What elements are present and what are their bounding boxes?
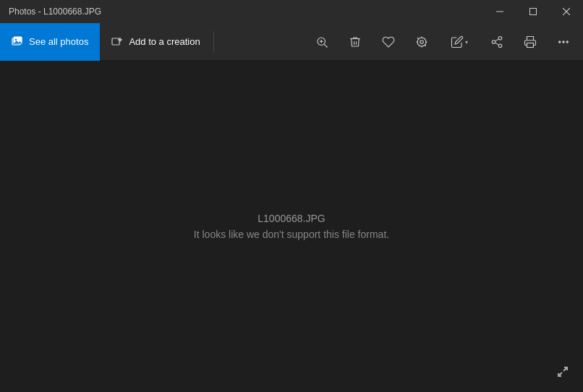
edit-dropdown-arrow: ▾ <box>465 39 468 46</box>
close-button[interactable] <box>550 0 583 23</box>
error-container: L1000668.JPG It looks like we don't supp… <box>194 213 389 240</box>
print-button[interactable] <box>514 23 547 61</box>
heart-icon <box>382 35 395 48</box>
add-to-creation-button[interactable]: Add to a creation <box>100 23 211 61</box>
svg-point-17 <box>417 38 426 46</box>
maximize-icon <box>529 8 537 15</box>
share-button[interactable] <box>480 23 514 61</box>
svg-point-33 <box>566 41 568 42</box>
zoom-button[interactable] <box>305 23 339 61</box>
favorite-button[interactable] <box>372 23 405 61</box>
see-all-photos-label: See all photos <box>29 36 88 47</box>
delete-icon <box>349 35 362 48</box>
svg-point-18 <box>420 40 424 43</box>
photos-svg-icon <box>12 36 23 48</box>
toolbar-separator <box>213 31 214 53</box>
edit-icon <box>451 35 464 48</box>
photos-icon <box>12 36 23 48</box>
more-options-button[interactable] <box>547 23 580 61</box>
window-title: Photos - L1000668.JPG <box>9 7 101 17</box>
svg-line-21 <box>417 38 419 39</box>
svg-rect-1 <box>530 9 537 15</box>
close-icon <box>563 8 570 15</box>
expand-icon <box>557 366 569 378</box>
enhance-button[interactable] <box>405 23 438 61</box>
enhance-icon <box>415 35 428 48</box>
window-controls <box>483 0 583 23</box>
svg-point-25 <box>498 36 502 40</box>
see-all-photos-button[interactable]: See all photos <box>0 23 100 61</box>
add-creation-svg-icon <box>111 36 123 48</box>
svg-point-32 <box>563 41 564 42</box>
minimize-button[interactable] <box>483 0 516 23</box>
edit-button[interactable]: ▾ <box>438 23 480 61</box>
svg-rect-0 <box>496 12 503 12</box>
minimize-icon <box>496 8 503 15</box>
main-content: L1000668.JPG It looks like we don't supp… <box>0 61 583 392</box>
more-icon <box>557 35 570 48</box>
add-creation-icon <box>111 36 123 48</box>
svg-point-27 <box>498 44 502 48</box>
title-bar: Photos - L1000668.JPG <box>0 0 583 23</box>
svg-rect-30 <box>527 43 534 47</box>
svg-point-26 <box>492 40 495 43</box>
error-text: It looks like we don't support this file… <box>194 229 389 240</box>
svg-point-6 <box>15 38 17 40</box>
svg-line-12 <box>324 44 327 47</box>
print-icon <box>524 35 537 48</box>
toolbar: See all photos Add to a creation <box>0 23 583 61</box>
expand-button[interactable] <box>551 360 574 383</box>
svg-line-28 <box>495 43 498 45</box>
svg-line-22 <box>425 45 426 46</box>
error-filename: L1000668.JPG <box>194 213 389 224</box>
svg-line-29 <box>495 38 498 41</box>
toolbar-actions: ▾ <box>305 23 583 61</box>
share-icon <box>490 35 503 48</box>
maximize-button[interactable] <box>516 0 550 23</box>
svg-point-31 <box>559 41 561 42</box>
add-to-creation-label: Add to a creation <box>129 36 200 47</box>
delete-button[interactable] <box>339 23 372 61</box>
zoom-icon <box>315 35 328 48</box>
